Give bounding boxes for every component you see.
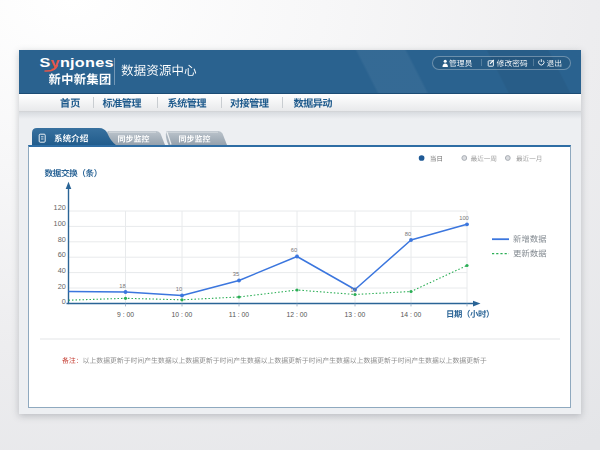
svg-text:Synjones: Synjones [40, 56, 114, 70]
svg-text:9 : 00: 9 : 00 [117, 311, 134, 318]
svg-text:12 : 00: 12 : 00 [287, 311, 308, 318]
svg-text:60: 60 [291, 247, 297, 253]
svg-text:60: 60 [58, 250, 66, 259]
svg-text:0: 0 [62, 297, 66, 306]
svg-text:14 : 00: 14 : 00 [401, 311, 422, 318]
svg-text:10: 10 [350, 287, 356, 293]
svg-text:11 : 00: 11 : 00 [229, 311, 250, 318]
svg-text:100: 100 [459, 215, 469, 221]
svg-text:120: 120 [54, 203, 66, 212]
svg-text:80: 80 [58, 235, 66, 244]
svg-text:20: 20 [58, 282, 66, 291]
svg-text:13 : 00: 13 : 00 [345, 311, 366, 318]
svg-text:10: 10 [176, 286, 182, 292]
svg-text:10 : 00: 10 : 00 [172, 311, 193, 318]
svg-text:40: 40 [58, 266, 66, 275]
svg-text:35: 35 [233, 271, 239, 277]
svg-text:18: 18 [119, 283, 125, 289]
svg-text:100: 100 [54, 219, 66, 228]
svg-text:80: 80 [405, 231, 411, 237]
